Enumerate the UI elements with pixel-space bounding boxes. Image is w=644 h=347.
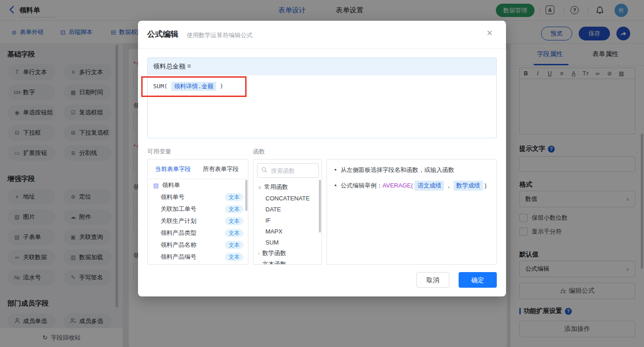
variable-row[interactable]: 文本: [148, 263, 248, 265]
document-icon: ▤: [153, 182, 159, 189]
chevron-right-icon: ›: [258, 251, 259, 256]
annotation-highlight-box: [141, 76, 247, 97]
variables-label: 可用变量: [147, 148, 171, 156]
variable-form-node[interactable]: ▤ 领料单: [148, 179, 248, 191]
modal-title: 公式编辑: [147, 29, 178, 40]
function-item[interactable]: IF: [253, 215, 322, 226]
type-badge: 文本: [225, 241, 243, 249]
variable-row[interactable]: 关联生产计划文本: [148, 215, 248, 227]
bullet-icon: •: [334, 165, 337, 175]
tips-panel: • 从左侧面板选择字段名和函数，或输入函数 • 公式编辑举例：AVERAGE( …: [327, 159, 497, 265]
type-badge: 文本: [225, 193, 243, 201]
tip-text: 从左侧面板选择字段名和函数，或输入函数: [341, 165, 454, 175]
function-group-math[interactable]: ›数学函数: [253, 248, 322, 259]
functions-panel: ∨常用函数 CONCATENATE DATE IF MAPX SUM ›数学函数…: [253, 159, 322, 265]
bullet-icon: •: [334, 181, 337, 190]
search-icon: [261, 167, 267, 174]
variable-row[interactable]: 领料单号文本: [148, 191, 248, 203]
functions-scrollbar[interactable]: [319, 180, 321, 233]
variable-row[interactable]: 领料产品编号文本: [148, 251, 248, 263]
function-search-input[interactable]: [270, 167, 318, 175]
function-item[interactable]: DATE: [253, 204, 322, 215]
function-item[interactable]: SUM: [253, 237, 322, 248]
type-badge: 文本: [225, 205, 243, 213]
example-function: AVERAGE(: [383, 182, 413, 189]
variable-row[interactable]: 领料产品名称文本: [148, 239, 248, 251]
tab-current-form-fields[interactable]: 当前表单字段: [155, 165, 191, 173]
confirm-button[interactable]: 确定: [459, 272, 497, 288]
variable-row[interactable]: 关联加工单号文本: [148, 203, 248, 215]
tab-all-form-fields[interactable]: 所有表单字段: [203, 165, 239, 173]
type-badge: 文本: [225, 229, 243, 237]
variable-row[interactable]: 领料产品类型文本: [148, 227, 248, 239]
function-group-common[interactable]: ∨常用函数: [253, 182, 322, 193]
type-badge: 文本: [225, 253, 243, 261]
function-group-text[interactable]: ›文本函数: [253, 259, 322, 265]
example-field-chip: 语文成绩: [414, 181, 444, 191]
variables-scrollbar[interactable]: [245, 180, 247, 211]
close-icon[interactable]: ×: [487, 28, 493, 38]
example-field-chip: 数学成绩: [454, 181, 483, 191]
cancel-button[interactable]: 取消: [416, 272, 449, 288]
formula-edit-modal: 公式编辑 使用数学运算符编辑公式 × 领料总金额 = SUM( 领料详情.金额 …: [138, 21, 506, 296]
divider: [138, 48, 506, 49]
tip-example: 公式编辑举例：AVERAGE( 语文成绩 ， 数学成绩 ): [341, 181, 487, 191]
function-search[interactable]: [257, 163, 319, 178]
chevron-right-icon: ›: [258, 262, 259, 265]
functions-label: 函数: [253, 148, 265, 156]
type-badge: 文本: [225, 217, 243, 225]
modal-subtitle: 使用数学运算符编辑公式: [187, 31, 253, 40]
formula-editor[interactable]: 领料总金额 = SUM( 领料详情.金额 ): [147, 57, 497, 138]
formula-target: 领料总金额 =: [148, 58, 496, 75]
function-item[interactable]: CONCATENATE: [253, 193, 322, 204]
function-item[interactable]: MAPX: [253, 226, 322, 237]
variables-panel: 当前表单字段 所有表单字段 ▤ 领料单 领料单号文本 关联加工单号文本 关联生产…: [147, 159, 248, 265]
chevron-down-icon: ∨: [258, 185, 261, 190]
